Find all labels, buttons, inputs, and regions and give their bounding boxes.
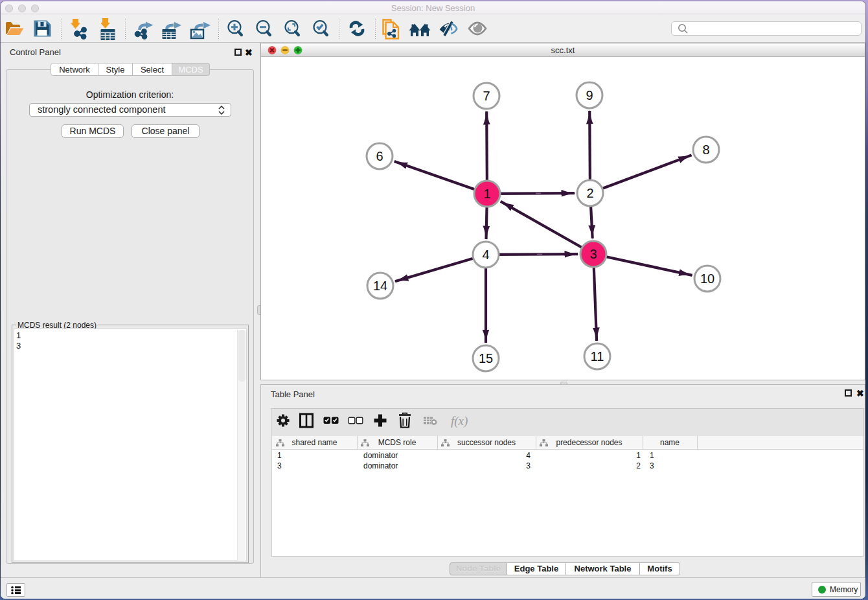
svg-text:8: 8	[702, 143, 709, 157]
svg-text:9: 9	[586, 88, 593, 102]
svg-text:2: 2	[586, 186, 593, 200]
svg-text:7: 7	[483, 89, 490, 103]
svg-text:3: 3	[589, 247, 597, 261]
svg-text:15: 15	[479, 351, 493, 365]
svg-text:f(x): f(x)	[451, 414, 468, 428]
svg-text:14: 14	[373, 279, 387, 293]
svg-text:1: 1	[483, 187, 490, 201]
svg-text:11: 11	[591, 349, 604, 363]
svg-text:4: 4	[482, 248, 489, 262]
svg-text:10: 10	[700, 271, 714, 286]
svg-text:6: 6	[376, 149, 383, 163]
